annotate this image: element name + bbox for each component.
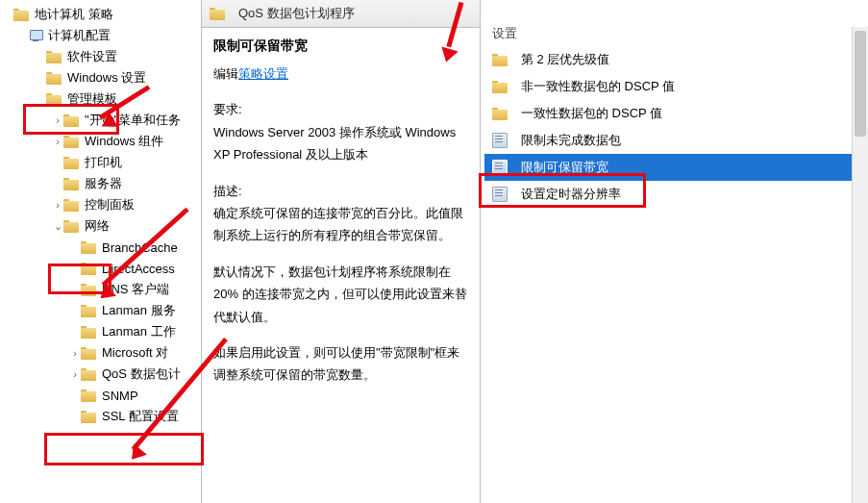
chevron-right-icon[interactable]: › bbox=[69, 368, 81, 380]
tree-item-label: Windows 组件 bbox=[85, 133, 163, 150]
settings-item-label: 非一致性数据包的 DSCP 值 bbox=[521, 78, 675, 95]
requirements-body: Windows Server 2003 操作系统或 Windows XP Pro… bbox=[213, 125, 456, 162]
settings-item-label: 设置定时器分辨率 bbox=[521, 186, 621, 203]
settings-item[interactable]: 限制未完成数据包 bbox=[484, 127, 868, 154]
tree-item[interactable]: SSL 配置设置 bbox=[0, 406, 201, 427]
settings-item[interactable]: 设置定时器分辨率 bbox=[484, 181, 868, 208]
tree-item-label: SSL 配置设置 bbox=[102, 408, 179, 425]
tree-item[interactable]: Lanman 服务 bbox=[0, 300, 201, 321]
policy-icon bbox=[492, 160, 508, 175]
folder-icon bbox=[46, 51, 62, 63]
chevron-right-icon[interactable]: › bbox=[52, 114, 63, 126]
tree-item-label: Lanman 服务 bbox=[102, 302, 176, 319]
policy-title: 限制可保留带宽 bbox=[202, 28, 480, 59]
description-p3: 如果启用此设置，则可以使用"带宽限制"框来调整系统可保留的带宽数量。 bbox=[213, 341, 468, 387]
folder-icon bbox=[63, 136, 79, 148]
tree-item[interactable]: ›"开始"菜单和任务 bbox=[0, 110, 201, 131]
settings-item[interactable]: 非一致性数据包的 DSCP 值 bbox=[484, 73, 868, 100]
tree-item[interactable]: Windows 设置 bbox=[0, 67, 201, 88]
tree-item[interactable]: 管理模板 bbox=[0, 88, 201, 110]
settings-item[interactable]: 一致性数据包的 DSCP 值 bbox=[484, 100, 868, 127]
tree-item[interactable]: ›Windows 组件 bbox=[0, 131, 201, 152]
tree-item[interactable]: 软件设置 bbox=[0, 46, 201, 67]
tree-item-label: SNMP bbox=[102, 389, 138, 403]
breadcrumb: QoS 数据包计划程序 bbox=[202, 0, 480, 28]
folder-icon bbox=[63, 178, 79, 190]
tree-item-label: QoS 数据包计 bbox=[102, 365, 181, 383]
tree-item[interactable]: 服务器 bbox=[0, 173, 201, 194]
tree-item[interactable]: 打印机 bbox=[0, 152, 201, 173]
tree-item-label: BranchCache bbox=[102, 240, 178, 255]
folder-icon bbox=[81, 326, 96, 339]
settings-list-pane: 设置 第 2 层优先级值非一致性数据包的 DSCP 值一致性数据包的 DSCP … bbox=[481, 0, 868, 503]
tree-item-label: DNS 客户端 bbox=[102, 281, 169, 298]
tree-item[interactable]: BranchCache bbox=[0, 237, 201, 258]
tree-item-label: 控制面板 bbox=[85, 196, 135, 214]
folder-icon bbox=[81, 305, 96, 317]
folder-icon bbox=[492, 54, 508, 66]
folder-icon bbox=[13, 9, 29, 21]
description-p1: 确定系统可保留的连接带宽的百分比。此值限制系统上运行的所有程序的组合带宽保留。 bbox=[213, 206, 463, 242]
tree-item-label: 打印机 bbox=[85, 154, 122, 171]
tree-item[interactable]: Lanman 工作 bbox=[0, 321, 201, 342]
tree-item-label: Microsoft 对 bbox=[102, 344, 168, 362]
settings-item-label: 第 2 层优先级值 bbox=[521, 51, 609, 68]
edit-prefix: 编辑 bbox=[213, 66, 238, 81]
tree-root[interactable]: 地计算机 策略 bbox=[0, 4, 201, 25]
scrollbar[interactable] bbox=[852, 27, 868, 503]
chevron-right-icon[interactable]: › bbox=[52, 136, 63, 147]
folder-icon bbox=[81, 263, 96, 275]
tree-item[interactable]: ›Microsoft 对 bbox=[0, 342, 201, 364]
policy-icon bbox=[492, 133, 508, 148]
tree-item-label: 软件设置 bbox=[67, 48, 117, 65]
tree-computer-config[interactable]: 计算机配置 bbox=[0, 25, 201, 46]
settings-item-label: 限制未完成数据包 bbox=[521, 132, 621, 149]
tree-item-label: 网络 bbox=[85, 217, 110, 235]
computer-icon bbox=[29, 29, 42, 42]
tree-item-label: DirectAccess bbox=[102, 262, 175, 276]
chevron-down-icon[interactable]: ⌄ bbox=[52, 220, 63, 233]
folder-icon bbox=[46, 93, 62, 106]
tree-item[interactable]: DirectAccess bbox=[0, 258, 201, 279]
folder-icon bbox=[81, 368, 96, 381]
tree-item[interactable]: ›QoS 数据包计 bbox=[0, 364, 201, 385]
chevron-right-icon[interactable]: › bbox=[69, 347, 81, 359]
detail-pane: QoS 数据包计划程序 限制可保留带宽 编辑策略设置 要求: Windows S… bbox=[202, 0, 481, 503]
description-label: 描述: bbox=[213, 184, 242, 198]
chevron-right-icon[interactable]: › bbox=[52, 199, 63, 211]
settings-header: 设置 bbox=[481, 17, 868, 46]
description-p2: 默认情况下，数据包计划程序将系统限制在 20% 的连接带宽之内，但可以使用此设置… bbox=[213, 261, 468, 328]
policy-icon bbox=[492, 187, 508, 202]
edit-policy-line: 编辑策略设置 bbox=[213, 63, 468, 85]
settings-item[interactable]: 限制可保留带宽 bbox=[484, 154, 868, 181]
folder-icon bbox=[81, 411, 96, 423]
folder-icon bbox=[63, 114, 79, 127]
tree-item-label: Windows 设置 bbox=[67, 69, 146, 87]
requirements-label: 要求: bbox=[213, 102, 242, 116]
folder-icon bbox=[492, 81, 508, 93]
requirements-block: 要求: Windows Server 2003 操作系统或 Windows XP… bbox=[213, 98, 468, 165]
nav-tree-pane: 地计算机 策略 计算机配置 软件设置Windows 设置管理模板›"开始"菜单和… bbox=[0, 0, 202, 503]
settings-item-label: 限制可保留带宽 bbox=[521, 159, 608, 176]
folder-icon bbox=[81, 284, 96, 296]
tree-item[interactable]: ›控制面板 bbox=[0, 194, 201, 215]
tree-item[interactable]: SNMP bbox=[0, 385, 201, 406]
scrollbar-thumb[interactable] bbox=[855, 31, 866, 137]
tree-item[interactable]: ⌄网络 bbox=[0, 215, 201, 237]
folder-icon bbox=[81, 241, 96, 254]
folder-icon bbox=[492, 108, 508, 120]
folder-icon bbox=[63, 199, 79, 212]
tree-item-label: 管理模板 bbox=[67, 90, 117, 108]
tree-item-label: 服务器 bbox=[85, 175, 122, 192]
edit-policy-link[interactable]: 策略设置 bbox=[238, 66, 288, 81]
tree-item[interactable]: DNS 客户端 bbox=[0, 279, 201, 300]
tree-item-label: "开始"菜单和任务 bbox=[85, 112, 181, 129]
folder-icon bbox=[81, 347, 96, 360]
tree-root-label: 地计算机 策略 bbox=[35, 6, 113, 23]
folder-icon bbox=[210, 8, 225, 20]
folder-icon bbox=[63, 157, 79, 169]
settings-item-label: 一致性数据包的 DSCP 值 bbox=[521, 105, 662, 122]
folder-icon bbox=[46, 72, 62, 85]
settings-item[interactable]: 第 2 层优先级值 bbox=[484, 46, 868, 73]
breadcrumb-title: QoS 数据包计划程序 bbox=[238, 5, 355, 22]
